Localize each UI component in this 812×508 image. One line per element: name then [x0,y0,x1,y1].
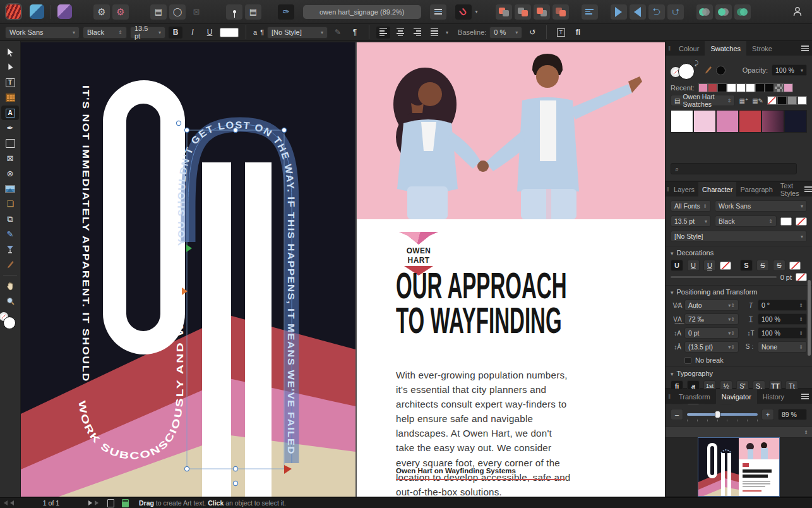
tab-paragraph[interactable]: Paragraph [736,182,776,197]
picture-frame-rectangle-tool[interactable]: ⊠ [1,151,19,166]
account-person-icon[interactable] [789,4,806,20]
zoom-percent-field[interactable]: 89 % [778,409,807,420]
frame-text-tool[interactable]: T [1,75,19,90]
ellipse-frame-icon[interactable]: ◯ [169,4,186,20]
panel-menu-icon[interactable] [804,182,812,197]
decoration-width-slider[interactable] [671,276,777,278]
forward-one-icon[interactable] [534,4,550,20]
move-to-front-icon[interactable] [552,4,569,20]
quick-swatches[interactable] [767,96,807,105]
last-page-button[interactable] [95,500,99,505]
photo-persona-icon[interactable] [57,4,72,19]
snapping-magnet-icon[interactable]: U [455,4,472,20]
fill-stroke-selector[interactable]: ⤸ [671,59,700,81]
boolean-intersect-icon[interactable] [734,4,751,20]
underline-colour-chip[interactable] [720,262,731,270]
flip-vertical-icon[interactable] [630,4,646,20]
baseline-shift-dropdown[interactable]: 0 pt▾⇕ [684,327,739,339]
palette-dropdown[interactable]: ▤Owen Hart Swatches⇕ [671,95,735,106]
margins-icon[interactable]: ▤ [245,4,261,20]
character-stroke-chip[interactable] [796,217,807,226]
publisher-persona-icon[interactable] [6,4,21,19]
reset-formatting-icon[interactable]: ↺ [525,27,539,39]
fill-well[interactable] [3,317,16,329]
strike-colour-chip[interactable] [789,262,801,270]
vector-crop-tool[interactable]: ⧉ [1,212,19,226]
alignment-icon[interactable] [582,4,598,20]
panel-menu-icon[interactable] [798,41,812,56]
first-page-button[interactable] [4,500,8,505]
alignment-chevron-icon[interactable]: ▾ [446,30,448,35]
rotate-ccw-icon[interactable]: ⮌ [648,4,665,20]
transparency-tool[interactable] [1,242,19,257]
single-page-icon[interactable] [107,499,114,507]
h-scale-field[interactable]: 100 %⇕ [758,313,807,325]
tab-navigator[interactable]: Navigator [716,389,757,404]
character-font-dropdown[interactable]: Work Sans▾ [715,200,807,212]
preflight-status-icon[interactable] [122,499,129,507]
preview-mode-icon[interactable]: ✑ [278,4,294,20]
character-colour-chip[interactable] [780,217,792,226]
shear-field[interactable]: 0 °⇕ [758,299,807,311]
picture-frame-ellipse-tool[interactable]: ⊗ [1,166,19,181]
tab-stroke[interactable]: Stroke [746,41,778,56]
move-tool[interactable] [1,45,19,59]
decorations-section-header[interactable]: ▾Decorations [666,246,812,258]
character-style-dropdown[interactable]: [No Style]▾ [671,231,807,242]
recent-swatches[interactable] [698,83,793,92]
poster-right-page[interactable]: OWEN HART OUR APPROACH TO WAYFINDING Wit… [357,42,665,497]
designer-persona-icon[interactable] [30,4,44,19]
frame-text-properties-icon[interactable]: T [554,27,568,39]
baseline-dropdown[interactable]: 0 %▾ [489,27,522,39]
script-dropdown[interactable]: None⇕ [758,341,807,353]
picker-eyedropper-icon[interactable] [703,66,712,75]
panel-grip[interactable]: ‖ [666,182,670,197]
zoom-slider[interactable] [687,413,758,416]
swatch-palette-row[interactable] [666,110,812,133]
place-image-tool[interactable] [1,181,19,196]
text-colour-swatch[interactable] [220,28,239,37]
zoom-out-button[interactable]: – [671,409,683,420]
flip-horizontal-icon[interactable] [611,4,627,20]
colour-picker-tool[interactable] [1,257,19,272]
pages-icon[interactable]: ▤ [150,4,167,20]
preflight-gear-icon[interactable]: ⚙ [93,4,110,20]
justify-button[interactable] [427,27,441,39]
text-frame-icon[interactable] [430,4,446,20]
pen-tool[interactable]: ✒ [1,121,19,135]
next-page-button[interactable] [88,500,92,505]
pencil-tool[interactable]: ✎ [1,227,19,241]
zoom-tool[interactable] [1,294,19,308]
align-right-button[interactable] [410,27,424,39]
panel-scrollbar[interactable] [808,280,811,356]
tab-swatches[interactable]: Swatches [705,41,746,56]
tab-character[interactable]: Character [698,182,736,197]
view-tool[interactable] [1,279,19,293]
character-size-dropdown[interactable]: 13.5 pt▾ [671,215,711,227]
font-collection-dropdown[interactable]: All Fonts⇕ [671,200,711,212]
boolean-subtract-icon[interactable] [715,4,732,20]
zoom-slider-thumb[interactable] [715,411,720,418]
text-style-dropdown[interactable]: [No Style]▾ [267,27,328,39]
tracking-dropdown[interactable]: 72 ‰▾⇕ [684,313,739,325]
boolean-add-icon[interactable] [696,4,713,20]
rectangle-tool[interactable] [1,136,19,150]
edit-swatch-icon[interactable]: ▦✎ [752,97,763,104]
tab-colour[interactable]: Colour [673,41,705,56]
poster-left-page[interactable]: IT'S NOT IMMEDIATELY APPARENT. IT SHOULD… [21,42,355,497]
fill-tool[interactable]: ❏ [1,197,19,211]
underline-double-button[interactable]: U [687,260,700,271]
tab-history[interactable]: History [757,389,790,404]
navigator-preview[interactable] [666,438,812,496]
node-tool[interactable] [1,60,19,75]
italic-button[interactable]: I [186,27,200,39]
kerning-dropdown[interactable]: Auto▾⇕ [684,299,739,311]
panel-menu-icon[interactable] [798,389,812,404]
snapping-chevron-icon[interactable]: ▾ [475,9,478,15]
tab-transform[interactable]: Transform [673,389,716,404]
font-family-dropdown[interactable]: Work Sans▾ [5,27,80,39]
strike-single-button[interactable]: S [740,260,753,271]
underline-single-button[interactable]: U [671,260,683,271]
v-scale-field[interactable]: 100 %⇕ [758,327,807,339]
panel-grip[interactable]: ‖ [666,389,673,404]
